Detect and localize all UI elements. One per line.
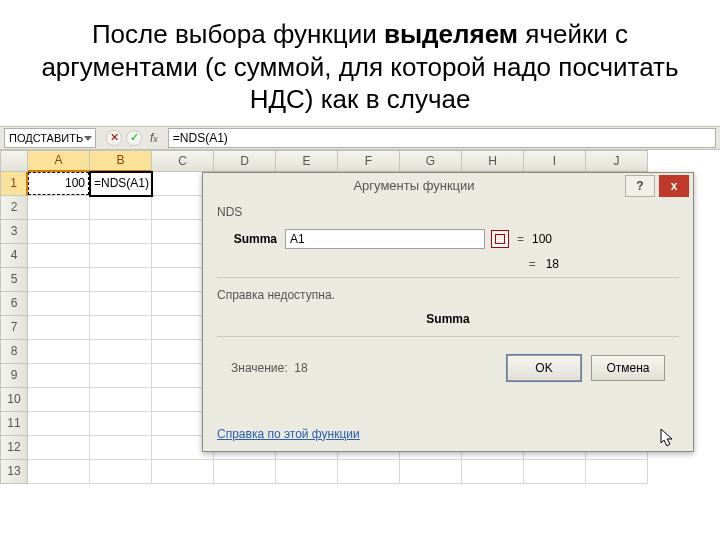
cancel-button[interactable]: Отмена	[591, 355, 665, 381]
cell-B6[interactable]	[90, 292, 152, 316]
row-header-3[interactable]: 3	[0, 220, 28, 244]
col-header-H[interactable]: H	[462, 150, 524, 172]
formula-input[interactable]: =NDS(A1)	[168, 128, 716, 148]
select-all-corner[interactable]	[0, 150, 28, 172]
center-arg-label: Summa	[217, 312, 679, 326]
excel-area: ПОДСТАВИТЬ ✕ ✓ fx =NDS(A1) ABCDEFGHIJ 11…	[0, 126, 720, 541]
cell-G13[interactable]	[400, 460, 462, 484]
argument-row: Summa A1 = 100	[217, 229, 679, 249]
cell-C13[interactable]	[152, 460, 214, 484]
cell-B11[interactable]	[90, 412, 152, 436]
row-header-13[interactable]: 13	[0, 460, 28, 484]
cell-B10[interactable]	[90, 388, 152, 412]
dialog-title: Аргументы функции	[203, 178, 625, 193]
cell-A3[interactable]	[28, 220, 90, 244]
cell-A7[interactable]	[28, 316, 90, 340]
cell-A2[interactable]	[28, 196, 90, 220]
cell-A13[interactable]	[28, 460, 90, 484]
cell-B12[interactable]	[90, 436, 152, 460]
row-header-8[interactable]: 8	[0, 340, 28, 364]
row-header-6[interactable]: 6	[0, 292, 28, 316]
cell-I13[interactable]	[524, 460, 586, 484]
cell-A9[interactable]	[28, 364, 90, 388]
function-help-link[interactable]: Справка по этой функции	[217, 427, 360, 441]
cell-A11[interactable]	[28, 412, 90, 436]
cell-A10[interactable]	[28, 388, 90, 412]
dialog-footer: Значение: 18 OK Отмена	[217, 347, 679, 389]
formula-text: =NDS(A1)	[173, 131, 228, 145]
col-header-C[interactable]: C	[152, 150, 214, 172]
cell-B7[interactable]	[90, 316, 152, 340]
row-header-12[interactable]: 12	[0, 436, 28, 460]
slide-heading: После выбора функции выделяем ячейки с а…	[0, 0, 720, 126]
ok-button[interactable]: OK	[507, 355, 581, 381]
row-header-9[interactable]: 9	[0, 364, 28, 388]
name-box[interactable]: ПОДСТАВИТЬ	[4, 128, 96, 148]
cell-J13[interactable]	[586, 460, 648, 484]
col-header-G[interactable]: G	[400, 150, 462, 172]
cancel-formula-button[interactable]: ✕	[106, 130, 122, 146]
separator-2	[217, 336, 679, 337]
cursor-icon	[660, 428, 674, 448]
col-header-A[interactable]: A	[28, 150, 90, 172]
range-picker-button[interactable]	[491, 230, 509, 248]
row-header-7[interactable]: 7	[0, 316, 28, 340]
cell-B13[interactable]	[90, 460, 152, 484]
row-header-1[interactable]: 1	[0, 172, 28, 196]
col-header-B[interactable]: B	[90, 150, 152, 172]
column-headers: ABCDEFGHIJ	[0, 150, 720, 172]
slide-text-2: выделяем	[384, 19, 518, 49]
cell-B8[interactable]	[90, 340, 152, 364]
col-header-J[interactable]: J	[586, 150, 648, 172]
value-label: Значение: 18	[231, 361, 308, 375]
cell-A5[interactable]	[28, 268, 90, 292]
dialog-body: NDS Summa A1 = 100 = 18 Справка недоступ…	[203, 199, 693, 395]
separator	[217, 277, 679, 278]
cell-F13[interactable]	[338, 460, 400, 484]
row-header-5[interactable]: 5	[0, 268, 28, 292]
cell-B5[interactable]	[90, 268, 152, 292]
row-header-2[interactable]: 2	[0, 196, 28, 220]
cell-A12[interactable]	[28, 436, 90, 460]
equals-sign-1: =	[517, 232, 524, 246]
name-box-text: ПОДСТАВИТЬ	[9, 132, 83, 144]
fx-icon[interactable]: fx	[146, 131, 162, 145]
help-unavailable-label: Справка недоступна.	[217, 288, 679, 302]
argument-label: Summa	[217, 232, 277, 246]
col-header-F[interactable]: F	[338, 150, 400, 172]
col-header-E[interactable]: E	[276, 150, 338, 172]
dialog-close-button[interactable]: x	[659, 175, 689, 197]
argument-evaluated: 100	[532, 232, 552, 246]
function-arguments-dialog: Аргументы функции ? x NDS Summa A1 = 100…	[202, 172, 694, 452]
value-label-text: Значение:	[231, 361, 288, 375]
formula-bar: ПОДСТАВИТЬ ✕ ✓ fx =NDS(A1)	[0, 126, 720, 150]
function-name-label: NDS	[217, 205, 679, 219]
cell-B1[interactable]: =NDS(A1)	[90, 172, 152, 196]
cell-A4[interactable]	[28, 244, 90, 268]
cell-E13[interactable]	[276, 460, 338, 484]
enter-formula-button[interactable]: ✓	[126, 130, 142, 146]
argument-input[interactable]: A1	[285, 229, 485, 249]
row-header-11[interactable]: 11	[0, 412, 28, 436]
cell-D13[interactable]	[214, 460, 276, 484]
dialog-help-button[interactable]: ?	[625, 175, 655, 197]
cell-A1[interactable]: 100	[28, 172, 90, 196]
equals-sign-2: =	[529, 257, 536, 271]
row-header-4[interactable]: 4	[0, 244, 28, 268]
row-13: 13	[0, 460, 720, 484]
argument-input-text: A1	[290, 232, 305, 246]
result-value: 18	[546, 257, 559, 271]
cell-B4[interactable]	[90, 244, 152, 268]
slide-text-1: После выбора функции	[92, 19, 384, 49]
formula-bar-controls: ✕ ✓ fx	[100, 130, 168, 146]
cell-B2[interactable]	[90, 196, 152, 220]
cell-H13[interactable]	[462, 460, 524, 484]
cell-A6[interactable]	[28, 292, 90, 316]
col-header-I[interactable]: I	[524, 150, 586, 172]
cell-B3[interactable]	[90, 220, 152, 244]
row-header-10[interactable]: 10	[0, 388, 28, 412]
col-header-D[interactable]: D	[214, 150, 276, 172]
cell-B9[interactable]	[90, 364, 152, 388]
dialog-titlebar[interactable]: Аргументы функции ? x	[203, 173, 693, 199]
cell-A8[interactable]	[28, 340, 90, 364]
